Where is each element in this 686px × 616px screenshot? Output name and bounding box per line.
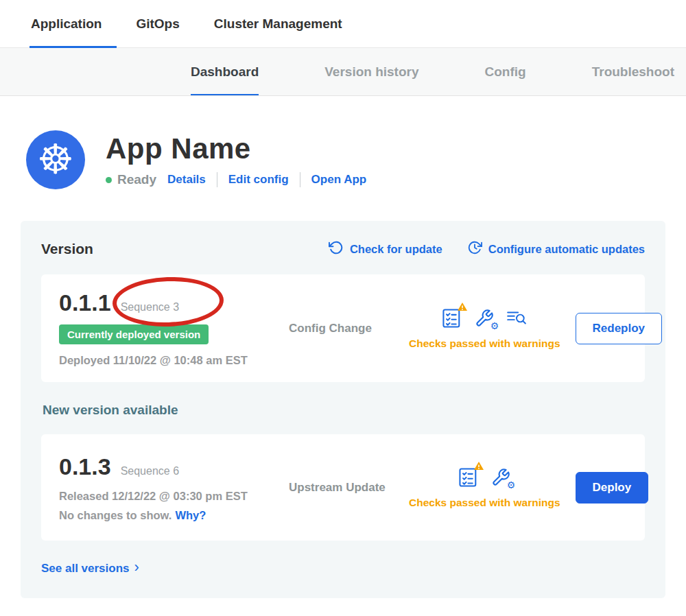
current-action: Redeploy bbox=[576, 313, 663, 344]
tab-cluster-management[interactable]: Cluster Management bbox=[214, 0, 342, 47]
check-for-update-link[interactable]: Check for update bbox=[329, 240, 442, 258]
config-wrench-icon[interactable]: ⚙ bbox=[475, 309, 494, 328]
current-version-row: 0.1.1 Sequence 3 bbox=[59, 289, 179, 316]
new-version-heading: New version available bbox=[43, 403, 645, 418]
app-header: ☸ App Name Ready Details Edit config Ope… bbox=[0, 96, 686, 199]
view-files-search-icon[interactable] bbox=[506, 309, 527, 328]
new-version-number: 0.1.3 bbox=[59, 453, 111, 480]
kubernetes-wheel-glyph: ☸ bbox=[37, 139, 74, 180]
top-nav: Application GitOps Cluster Management bbox=[0, 0, 686, 48]
deploy-button[interactable]: Deploy bbox=[576, 472, 649, 504]
tab-cluster-management-label: Cluster Management bbox=[214, 16, 342, 32]
app-header-text: App Name Ready Details Edit config Open … bbox=[106, 132, 366, 187]
preflight-checklist-icon[interactable] bbox=[442, 307, 462, 329]
tab-application[interactable]: Application bbox=[31, 0, 102, 47]
new-version-info: 0.1.3 Sequence 6 Released 12/12/22 @ 03:… bbox=[59, 453, 289, 522]
subtab-config[interactable]: Config bbox=[485, 48, 526, 95]
warning-triangle-icon bbox=[473, 461, 484, 473]
tab-application-label: Application bbox=[31, 16, 102, 32]
subtab-config-label: Config bbox=[485, 64, 526, 80]
app-meta-row: Ready Details Edit config Open App bbox=[106, 172, 366, 187]
refresh-icon bbox=[329, 240, 344, 258]
current-version-number: 0.1.1 bbox=[59, 289, 111, 316]
clock-refresh-icon bbox=[467, 240, 482, 258]
page-title: App Name bbox=[106, 132, 366, 165]
current-version-card: 0.1.1 Sequence 3 Currently deployed vers… bbox=[41, 274, 645, 382]
new-action: Deploy bbox=[576, 472, 649, 504]
no-changes-label: No changes to show. bbox=[59, 509, 172, 521]
configure-automatic-updates-link[interactable]: Configure automatic updates bbox=[467, 240, 645, 258]
why-link[interactable]: Why? bbox=[175, 509, 206, 521]
subtab-troubleshoot-label: Troubleshoot bbox=[592, 64, 674, 80]
subtab-troubleshoot[interactable]: Troubleshoot bbox=[592, 48, 674, 95]
deployed-timestamp: Deployed 11/10/22 @ 10:48 am EST bbox=[59, 354, 248, 367]
chevron-right-icon: › bbox=[134, 558, 139, 576]
status-dot-icon bbox=[106, 177, 112, 183]
current-checks-status: Checks passed with warnings bbox=[409, 337, 560, 350]
subtab-dashboard[interactable]: Dashboard bbox=[191, 48, 259, 95]
status-indicator: Ready bbox=[106, 172, 156, 187]
kubernetes-logo-icon: ☸ bbox=[26, 130, 85, 189]
subtab-version-history-label: Version history bbox=[324, 64, 418, 80]
current-checks-icons: ⚙ bbox=[442, 307, 527, 329]
currently-deployed-badge: Currently deployed version bbox=[59, 324, 209, 344]
subtab-dashboard-label: Dashboard bbox=[191, 64, 259, 80]
see-all-versions-label: See all versions bbox=[41, 562, 130, 576]
no-changes-text: No changes to show.Why? bbox=[59, 509, 206, 522]
current-version-sequence: Sequence 3 bbox=[121, 301, 179, 313]
divider bbox=[217, 172, 217, 187]
new-checks-status: Checks passed with warnings bbox=[409, 497, 560, 509]
new-checks-icons: ⚙ bbox=[458, 466, 510, 488]
new-change-type: Upstream Update bbox=[289, 481, 409, 495]
redeploy-button[interactable]: Redeploy bbox=[576, 313, 663, 344]
config-wrench-icon[interactable]: ⚙ bbox=[491, 468, 510, 487]
see-all-versions-link[interactable]: See all versions › bbox=[41, 560, 139, 578]
sub-nav: Dashboard Version history Config Trouble… bbox=[0, 48, 686, 96]
new-version-row: 0.1.3 Sequence 6 bbox=[59, 453, 179, 480]
current-checks-block: ⚙ Checks passed with warnings bbox=[409, 307, 576, 350]
version-panel-header: Version Check for update bbox=[41, 240, 645, 258]
new-version-card: 0.1.3 Sequence 6 Released 12/12/22 @ 03:… bbox=[41, 434, 645, 541]
subtab-version-history[interactable]: Version history bbox=[324, 48, 418, 95]
divider bbox=[300, 172, 300, 187]
tab-gitops[interactable]: GitOps bbox=[136, 0, 179, 47]
current-change-type: Config Change bbox=[289, 322, 409, 335]
current-version-info: 0.1.1 Sequence 3 Currently deployed vers… bbox=[59, 289, 289, 367]
status-label: Ready bbox=[117, 172, 156, 187]
gear-icon: ⚙ bbox=[507, 480, 516, 490]
warning-triangle-icon bbox=[457, 302, 468, 314]
gear-icon: ⚙ bbox=[490, 321, 499, 331]
new-checks-block: ⚙ Checks passed with warnings bbox=[409, 466, 576, 509]
check-for-update-label: Check for update bbox=[350, 243, 442, 256]
configure-automatic-updates-label: Configure automatic updates bbox=[488, 243, 645, 256]
released-timestamp: Released 12/12/22 @ 03:30 pm EST bbox=[59, 490, 248, 503]
version-panel-actions: Check for update Configure automatic upd… bbox=[329, 240, 645, 258]
edit-config-link[interactable]: Edit config bbox=[228, 173, 289, 187]
open-app-link[interactable]: Open App bbox=[311, 173, 367, 187]
version-panel: Version Check for update bbox=[21, 221, 665, 598]
new-version-sequence: Sequence 6 bbox=[121, 465, 179, 477]
details-link[interactable]: Details bbox=[167, 173, 206, 187]
tab-gitops-label: GitOps bbox=[136, 16, 179, 32]
preflight-checklist-icon[interactable] bbox=[458, 466, 479, 488]
version-heading: Version bbox=[41, 241, 93, 257]
